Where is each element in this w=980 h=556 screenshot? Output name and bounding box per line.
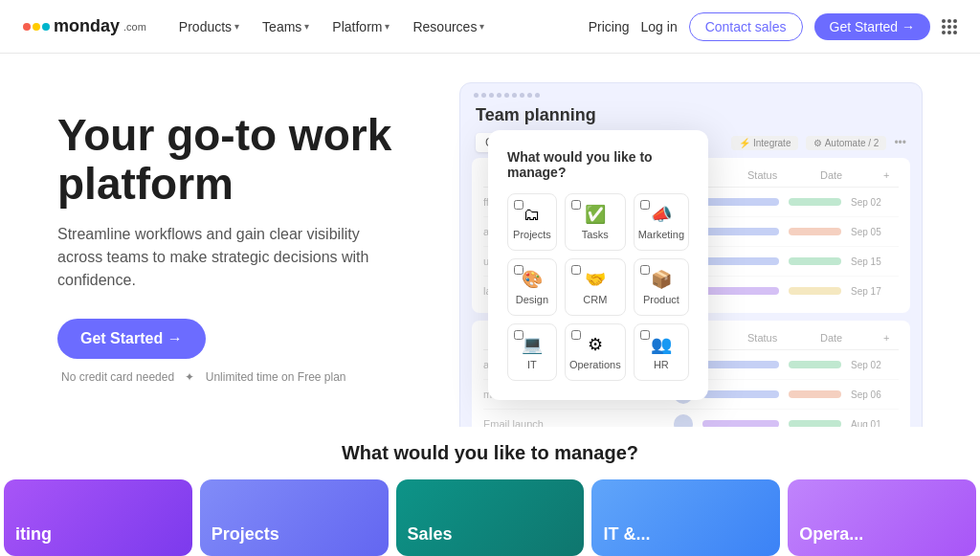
dashboard-title: Team planning [460, 101, 922, 129]
dialog-item-label: Projects [513, 229, 551, 240]
dialog-grid: 🗂 Projects ✅ Tasks 📣 Marketing 🎨 Design [507, 193, 689, 381]
apps-grid-icon[interactable] [942, 19, 957, 34]
hero-subtitle: Streamline workflows and gain clear visi… [57, 223, 383, 292]
integrate-button[interactable]: ⚡ Integrate [731, 136, 798, 150]
it-checkbox[interactable] [514, 330, 523, 340]
category-card-it[interactable]: IT &... [591, 479, 780, 556]
projects-icon: 🗂 [523, 205, 541, 225]
category-card-marketing[interactable]: iting [4, 479, 192, 556]
crm-checkbox[interactable] [571, 265, 581, 275]
hr-icon: 👥 [651, 334, 672, 355]
bottom-title: What would you like to manage? [57, 442, 923, 464]
logo-text: monday [54, 16, 120, 36]
category-card-projects[interactable]: Projects [200, 479, 389, 556]
nav-teams[interactable]: Teams ▾ [253, 13, 319, 40]
category-label: Opera... [799, 524, 863, 545]
category-label: Sales [408, 524, 453, 545]
dialog-item-label: HR [654, 359, 669, 370]
logo-mark [23, 23, 50, 31]
operations-checkbox[interactable] [571, 330, 581, 340]
projects-checkbox[interactable] [514, 200, 523, 210]
grid-dot [953, 25, 957, 29]
it-icon: 💻 [522, 334, 543, 355]
dialog-item-marketing[interactable]: 📣 Marketing [634, 193, 689, 251]
logo[interactable]: monday.com [23, 16, 146, 36]
nav-pricing[interactable]: Pricing [589, 19, 630, 34]
get-started-nav-button[interactable]: Get Started → [814, 13, 930, 40]
category-card-operations[interactable]: Opera... [788, 479, 976, 556]
dialog-item-label: Tasks [582, 229, 609, 240]
bottom-section: What would you like to manage? iting Pro… [0, 427, 980, 556]
nav-login[interactable]: Log in [641, 19, 678, 34]
dialog-item-label: IT [527, 359, 537, 370]
grid-dot [942, 19, 946, 23]
grid-dot [942, 25, 946, 29]
dialog-item-projects[interactable]: 🗂 Projects [507, 193, 557, 251]
table-row: Email launch Aug 01 [483, 410, 899, 427]
category-label: iting [15, 524, 52, 545]
grid-dot [947, 19, 951, 23]
tasks-checkbox[interactable] [571, 200, 581, 210]
nav-left: monday.com Products ▾ Teams ▾ Platform ▾… [23, 13, 494, 40]
contact-sales-button[interactable]: Contact sales [689, 12, 803, 41]
chevron-down-icon: ▾ [385, 21, 390, 32]
hero-note: No credit card needed ✦ Unlimited time o… [57, 370, 421, 384]
logo-dot-yellow [33, 23, 40, 31]
tasks-icon: ✅ [585, 204, 606, 225]
hero-text: Your go-to work platform Streamline work… [57, 92, 421, 384]
product-icon: 📦 [651, 269, 672, 290]
more-options-icon[interactable]: ••• [894, 136, 906, 149]
chevron-down-icon: ▾ [304, 21, 309, 32]
category-label: IT &... [603, 524, 650, 545]
operations-icon: ⚙ [588, 334, 603, 355]
hr-checkbox[interactable] [640, 330, 650, 340]
category-cards-row: iting Projects Sales IT &... Opera... [0, 479, 980, 556]
dialog-item-hr[interactable]: 👥 HR [634, 323, 689, 381]
marketing-icon: 📣 [651, 204, 672, 225]
design-checkbox[interactable] [514, 265, 523, 275]
logo-com: .com [123, 21, 146, 33]
dialog-item-label: CRM [583, 294, 607, 305]
automate-button[interactable]: ⚙ Automate / 2 [806, 136, 886, 150]
chevron-down-icon: ▾ [234, 21, 239, 32]
nav-right: Pricing Log in Contact sales Get Started… [589, 12, 957, 41]
dialog-item-label: Product [643, 294, 679, 305]
design-icon: 🎨 [522, 269, 543, 290]
chevron-down-icon: ▾ [479, 21, 484, 32]
nav-links: Products ▾ Teams ▾ Platform ▾ Resources … [169, 13, 495, 40]
nav-resources[interactable]: Resources ▾ [403, 13, 494, 40]
product-checkbox[interactable] [640, 265, 650, 275]
dialog-item-label: Operations [569, 359, 621, 370]
grid-dot [947, 25, 951, 29]
navbar: monday.com Products ▾ Teams ▾ Platform ▾… [0, 0, 980, 54]
category-card-sales[interactable]: Sales [396, 479, 585, 556]
get-started-hero-button[interactable]: Get Started → [57, 319, 206, 359]
dialog-item-crm[interactable]: 🤝 CRM [565, 258, 626, 316]
crm-icon: 🤝 [585, 269, 606, 290]
nav-products[interactable]: Products ▾ [169, 13, 249, 40]
grid-dot [953, 31, 957, 34]
dialog-item-design[interactable]: 🎨 Design [507, 258, 557, 316]
hero-visual: Team planning Gantt Kanban + ⚡ Integrate… [459, 82, 923, 427]
grid-dot [942, 31, 946, 34]
dialog-item-it[interactable]: 💻 IT [507, 323, 557, 381]
dialog-item-product[interactable]: 📦 Product [634, 258, 689, 316]
category-label: Projects [212, 524, 279, 545]
marketing-checkbox[interactable] [640, 200, 650, 210]
grid-dot [953, 19, 957, 23]
dialog-item-label: Marketing [638, 229, 684, 240]
manage-dialog: What would you like to manage? 🗂 Project… [488, 130, 708, 400]
logo-dot-red [23, 23, 31, 31]
dialog-item-operations[interactable]: ⚙ Operations [565, 323, 626, 381]
logo-dot-blue [42, 23, 50, 31]
dialog-item-tasks[interactable]: ✅ Tasks [565, 193, 626, 251]
hero-section: Your go-to work platform Streamline work… [0, 54, 980, 427]
nav-platform[interactable]: Platform ▾ [323, 13, 399, 40]
dialog-item-label: Design [516, 294, 548, 305]
dialog-title: What would you like to manage? [507, 149, 689, 180]
grid-dot [947, 31, 951, 34]
hero-title: Your go-to work platform [57, 111, 421, 208]
